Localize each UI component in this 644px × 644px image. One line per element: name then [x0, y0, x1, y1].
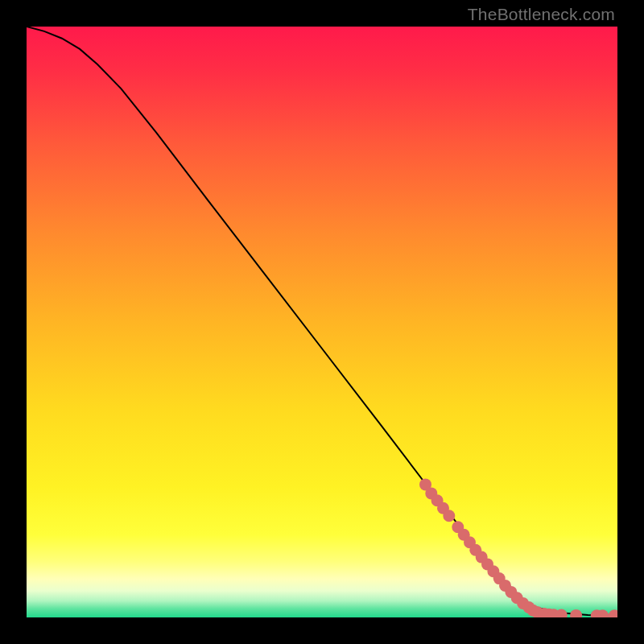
data-point [609, 609, 617, 617]
plot-area [27, 27, 617, 617]
watermark-text: TheBottleneck.com [468, 5, 615, 24]
chart-frame: TheBottleneck.com [0, 0, 644, 644]
points-layer [27, 27, 617, 617]
data-point [443, 510, 455, 522]
data-point [570, 609, 582, 617]
highlighted-points [419, 478, 617, 617]
